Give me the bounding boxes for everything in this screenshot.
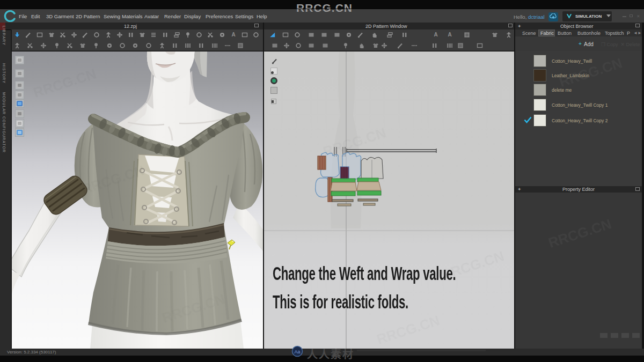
svg-text:Aa: Aa: [294, 349, 300, 354]
svg-text:A: A: [231, 32, 235, 38]
svg-text:A: A: [448, 32, 451, 38]
svg-text:A: A: [434, 32, 437, 38]
